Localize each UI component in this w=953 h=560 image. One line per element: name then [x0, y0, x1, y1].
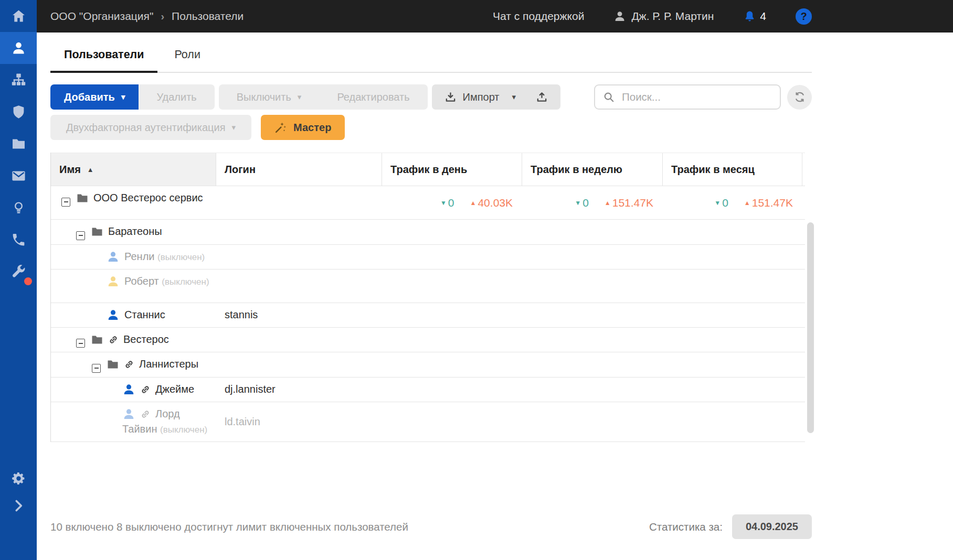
- traffic-week-cell: [522, 220, 663, 244]
- disabled-label: (выключен): [157, 252, 205, 262]
- app-root: ООО "Организация" › Пользователи Чат с п…: [0, 0, 953, 560]
- name-cell: Баратеоны: [51, 220, 216, 244]
- sidebar-item-home[interactable]: [0, 0, 37, 32]
- user-icon: [107, 275, 120, 288]
- table-row[interactable]: Джеймеdj.lannister: [51, 377, 805, 402]
- vertical-scrollbar[interactable]: [807, 222, 814, 433]
- user-icon: [11, 40, 26, 56]
- table-row[interactable]: Лорд Тайвин (выключен)ld.taivin: [51, 402, 805, 442]
- sidebar-item-settings[interactable]: [0, 465, 37, 492]
- traffic-week-cell: [522, 402, 663, 441]
- wrench-icon: [11, 264, 26, 279]
- user-menu[interactable]: Дж. Р. Р. Мартин: [613, 10, 714, 23]
- tree-collapse-toggle[interactable]: [61, 198, 70, 207]
- support-chat-link[interactable]: Чат с поддержкой: [493, 10, 584, 23]
- column-header-login[interactable]: Логин: [216, 153, 382, 186]
- sidebar-item-mail[interactable]: [0, 160, 37, 192]
- sidebar-item-collapse[interactable]: [0, 492, 37, 519]
- login-cell: [216, 186, 382, 219]
- sidebar-item-categories[interactable]: [0, 128, 37, 160]
- table-row[interactable]: Станнисstannis: [51, 303, 805, 327]
- arrow-down-icon: ▼: [714, 199, 721, 207]
- shield-icon: [11, 104, 26, 120]
- master-wizard-button[interactable]: Мастер: [261, 115, 345, 140]
- sidebar-item-structure[interactable]: [0, 64, 37, 96]
- home-icon: [11, 8, 26, 24]
- notifications-button[interactable]: 4: [743, 10, 766, 23]
- tree-collapse-toggle[interactable]: [76, 339, 85, 348]
- traffic-month-cell: [663, 378, 802, 402]
- user-name: Дж. Р. Р. Мартин: [631, 10, 714, 23]
- help-button[interactable]: ?: [796, 8, 812, 25]
- sort-asc-icon: ▲: [87, 166, 94, 174]
- topbar-right: Чат с поддержкой Дж. Р. Р. Мартин 4 ?: [493, 8, 812, 25]
- sidebar-spacer: [0, 288, 37, 465]
- link-icon: [108, 335, 119, 345]
- breadcrumb-organization[interactable]: ООО "Организация": [50, 10, 153, 23]
- name-cell: Джейме: [51, 378, 216, 402]
- tree-collapse-toggle[interactable]: [76, 231, 85, 240]
- traffic-week-cell: [522, 378, 663, 402]
- search-box: [594, 84, 781, 110]
- sidebar-item-tools[interactable]: [0, 256, 37, 288]
- edit-button[interactable]: Редактировать: [319, 84, 427, 110]
- traffic-day-cell: [382, 378, 522, 402]
- main-area: ООО "Организация" › Пользователи Чат с п…: [37, 0, 953, 560]
- statistics-date-picker[interactable]: 04.09.2025: [732, 514, 812, 539]
- folder-icon: [91, 225, 103, 238]
- search-input[interactable]: [621, 90, 772, 104]
- sidebar-item-users[interactable]: [0, 32, 37, 64]
- two-factor-button[interactable]: Двухфакторная аутентификация ▾: [50, 115, 251, 140]
- name-cell: Ланнистеры: [51, 352, 216, 377]
- search-icon: [603, 91, 615, 103]
- folder-icon: [91, 333, 103, 346]
- table-row[interactable]: Баратеоны: [51, 219, 805, 244]
- traffic-day-cell: ▼0▲40.03K: [382, 186, 522, 219]
- table-row[interactable]: Ланнистеры: [51, 352, 805, 377]
- caret-down-icon: ▾: [512, 92, 516, 102]
- traffic-upload: ▲151.47K: [605, 197, 653, 209]
- user-icon: [107, 250, 120, 263]
- sidebar-item-security[interactable]: [0, 96, 37, 128]
- disabled-label: (выключен): [162, 277, 209, 287]
- name-cell: Лорд Тайвин (выключен): [51, 402, 216, 441]
- login-cell: stannis: [216, 303, 382, 327]
- add-button[interactable]: Добавить ▾: [50, 84, 139, 110]
- sidebar-item-ideas[interactable]: [0, 192, 37, 224]
- notification-count: 4: [760, 10, 766, 23]
- arrow-up-icon: ▲: [605, 199, 611, 207]
- user-name: Роберт: [124, 275, 159, 287]
- download-icon: [444, 91, 457, 103]
- refresh-button[interactable]: [787, 85, 812, 110]
- traffic-week-cell: [522, 303, 663, 327]
- breadcrumb-users: Пользователи: [172, 10, 243, 23]
- table-row[interactable]: ООО Вестерос сервис▼0▲40.03K▼0▲151.47K▼0…: [51, 186, 805, 219]
- toolbar-primary: Добавить ▾ Удалить Выключить ▾ Редактиро…: [50, 84, 812, 110]
- tree-collapse-toggle[interactable]: [92, 364, 101, 373]
- statistics-period: Статистика за: 04.09.2025: [649, 514, 812, 539]
- import-button[interactable]: Импорт ▾: [432, 84, 560, 110]
- column-header-traffic-week[interactable]: Трафик в неделю: [522, 153, 663, 186]
- column-header-name[interactable]: Имя▲: [51, 153, 216, 186]
- table-row[interactable]: Вестерос: [51, 327, 805, 352]
- tab-roles[interactable]: Роли: [161, 48, 214, 73]
- caret-down-icon: ▾: [121, 92, 125, 102]
- magic-wand-icon: [274, 121, 287, 134]
- content: Пользователи Роли Добавить ▾ Удалить В: [37, 33, 812, 560]
- login-cell: [216, 352, 382, 377]
- table-row[interactable]: Роберт (выключен): [51, 269, 805, 303]
- disable-button[interactable]: Выключить ▾: [219, 84, 320, 110]
- lightbulb-icon: [11, 200, 26, 216]
- traffic-upload: ▲40.03K: [470, 197, 513, 209]
- tab-users[interactable]: Пользователи: [50, 48, 157, 73]
- login-cell: [216, 245, 382, 269]
- delete-button[interactable]: Удалить: [139, 84, 214, 110]
- group-name: Вестерос: [123, 333, 169, 345]
- upload-icon[interactable]: [536, 91, 548, 103]
- column-header-traffic-day[interactable]: Трафик в день: [382, 153, 522, 186]
- traffic-month-cell: [663, 402, 802, 441]
- column-header-traffic-month[interactable]: Трафик в месяц: [663, 153, 802, 186]
- sidebar-item-telephony[interactable]: [0, 224, 37, 256]
- traffic-download: ▼0: [440, 197, 454, 209]
- table-row[interactable]: Ренли (выключен): [51, 244, 805, 269]
